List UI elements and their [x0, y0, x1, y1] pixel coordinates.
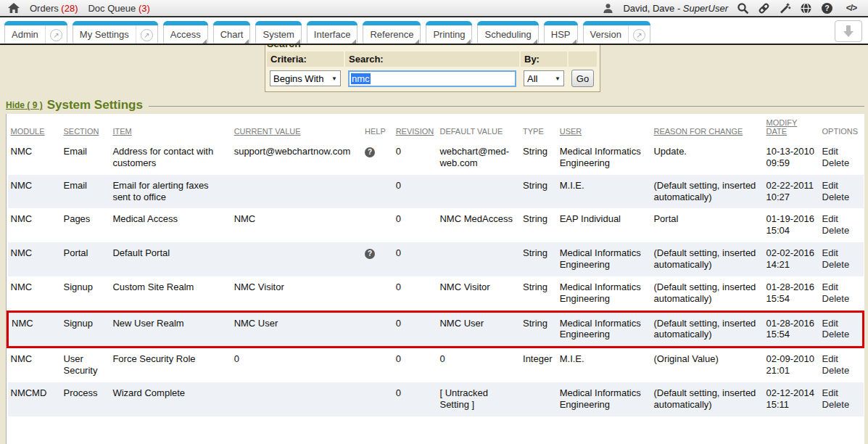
- external-link-icon[interactable]: ↗: [136, 22, 157, 44]
- tab-hsp[interactable]: HSP: [544, 21, 578, 44]
- tab-chart[interactable]: Chart: [213, 21, 251, 44]
- cell-options: EditDelete: [819, 175, 864, 209]
- cell-options: EditDelete: [819, 276, 864, 311]
- column-header-default-value: DEFAULT VALUE: [437, 114, 520, 141]
- cell-current: NMC Visitor: [231, 276, 362, 311]
- tab-admin[interactable]: Admin↗: [4, 21, 67, 44]
- edit-link[interactable]: Edit: [822, 318, 859, 329]
- orders-link[interactable]: Orders (28): [30, 3, 78, 14]
- cell-reason: (Default setting, inserted automatically…: [650, 175, 763, 209]
- column-header-reason-for-change[interactable]: REASON FOR CHANGE: [650, 114, 763, 141]
- cell-options: EditDelete: [819, 208, 864, 242]
- go-button[interactable]: Go: [571, 70, 594, 87]
- edit-link[interactable]: Edit: [822, 146, 861, 157]
- cell-reason: (Default setting, inserted automatically…: [650, 276, 763, 311]
- cell-module: NMC: [8, 276, 61, 311]
- globe-icon[interactable]: [800, 2, 812, 15]
- tab-reference[interactable]: Reference: [363, 21, 421, 44]
- cell-help: [362, 175, 393, 209]
- external-link-icon[interactable]: ↗: [45, 22, 67, 44]
- column-header-section[interactable]: SECTION: [60, 114, 109, 141]
- cell-modified: 02-02-2016 14:21: [764, 242, 819, 276]
- cell-current: NMC: [231, 208, 362, 242]
- delete-link[interactable]: Delete: [822, 293, 861, 305]
- tab-system[interactable]: System: [255, 21, 301, 44]
- table-row: NMCMDProcessWizard Complete0[ Untracked …: [8, 382, 864, 416]
- row-help-icon[interactable]: ?: [365, 249, 375, 259]
- wand-icon[interactable]: [779, 2, 791, 15]
- tab-label: My Settings: [73, 22, 136, 44]
- delete-link[interactable]: Delete: [822, 259, 861, 271]
- cell-section: Signup: [60, 311, 109, 348]
- edit-link[interactable]: Edit: [822, 180, 861, 192]
- tab-printing[interactable]: Printing: [426, 21, 472, 44]
- cell-current: [231, 382, 362, 416]
- cell-revision: 0: [393, 242, 437, 276]
- delete-link[interactable]: Delete: [822, 365, 861, 377]
- cell-user: Medical Informatics Engineering: [557, 276, 651, 311]
- search-icon[interactable]: [737, 2, 749, 15]
- edit-link[interactable]: Edit: [822, 281, 861, 293]
- tab-label: Access: [164, 22, 207, 44]
- delete-link[interactable]: Delete: [822, 157, 861, 169]
- cell-help: [362, 311, 393, 348]
- edit-link[interactable]: Edit: [822, 387, 861, 399]
- column-header-user[interactable]: USER: [557, 114, 651, 141]
- tab-interface[interactable]: Interface: [307, 21, 358, 44]
- cell-item: Custom Site Realm: [109, 276, 231, 311]
- settings-table-container: MODULESECTIONITEMCURRENT VALUEHELPREVISI…: [6, 114, 864, 444]
- help-icon[interactable]: ?: [821, 2, 833, 15]
- tab-label: Admin: [5, 22, 45, 44]
- hide-link[interactable]: Hide ( 9 ): [6, 100, 43, 110]
- by-select[interactable]: All ▼: [524, 70, 564, 86]
- doc-queue-count: (3): [139, 3, 150, 14]
- tab-version[interactable]: Version↗: [583, 21, 650, 44]
- search-input-value: nmc: [351, 73, 371, 84]
- tab-my-settings[interactable]: My Settings↗: [73, 21, 158, 44]
- edit-link[interactable]: Edit: [822, 353, 861, 365]
- cell-current: [231, 175, 362, 209]
- column-header-current-value[interactable]: CURRENT VALUE: [231, 114, 362, 141]
- tab-scheduling[interactable]: Scheduling: [477, 21, 538, 44]
- criteria-label: Criteria:: [267, 52, 344, 67]
- cell-reason: (Original Value): [650, 348, 763, 382]
- criteria-select[interactable]: Begins With ▼: [270, 70, 341, 86]
- collapse-nav-button[interactable]: [835, 20, 862, 42]
- table-row: NMCSignupCustom Site RealmNMC Visitor0NM…: [8, 276, 864, 311]
- delete-link[interactable]: Delete: [822, 192, 861, 203]
- external-link-icon[interactable]: ↗: [628, 22, 650, 44]
- delete-link[interactable]: Delete: [822, 329, 859, 340]
- cell-type: Integer: [520, 348, 557, 382]
- cell-help: [362, 348, 393, 382]
- cell-user: Medical Informatics Engineering: [557, 311, 651, 348]
- home-icon[interactable]: [7, 2, 20, 15]
- column-header-item[interactable]: ITEM: [109, 114, 231, 141]
- row-help-icon[interactable]: ?: [365, 147, 375, 157]
- cell-help: [362, 382, 393, 416]
- doc-queue-label: Doc Queue: [88, 3, 136, 14]
- link-icon[interactable]: [758, 2, 770, 15]
- code-icon[interactable]: </>: [842, 2, 861, 15]
- nav-bar: Admin↗My Settings↗AccessChartSystemInter…: [0, 17, 868, 45]
- cell-section: Portal: [60, 242, 109, 276]
- cell-current: 0: [231, 348, 362, 382]
- column-header-modify-date[interactable]: MODIFY DATE: [764, 114, 819, 141]
- table-row: NMCUser SecurityForce Security Role000In…: [8, 348, 864, 382]
- cell-item: Address for contact with customers: [109, 141, 231, 175]
- delete-link[interactable]: Delete: [822, 225, 861, 237]
- edit-link[interactable]: Edit: [822, 213, 861, 225]
- table-row: NMCSignupNew User RealmNMC User0NMC User…: [8, 311, 864, 348]
- doc-queue-link[interactable]: Doc Queue (3): [88, 3, 149, 14]
- tab-access[interactable]: Access: [163, 21, 208, 44]
- down-arrow-icon: [843, 25, 854, 38]
- column-header-revision[interactable]: REVISION: [393, 114, 437, 141]
- cell-type: [520, 382, 557, 416]
- cell-current: support@webchartnow.com: [231, 141, 362, 175]
- edit-link[interactable]: Edit: [822, 247, 861, 259]
- search-input[interactable]: nmc: [348, 70, 516, 87]
- cell-section: Email: [60, 141, 109, 175]
- column-header-module[interactable]: MODULE: [8, 114, 61, 141]
- header-rule: [149, 106, 864, 107]
- cell-modified: 02-22-2011 10:27: [764, 175, 819, 209]
- delete-link[interactable]: Delete: [822, 399, 861, 411]
